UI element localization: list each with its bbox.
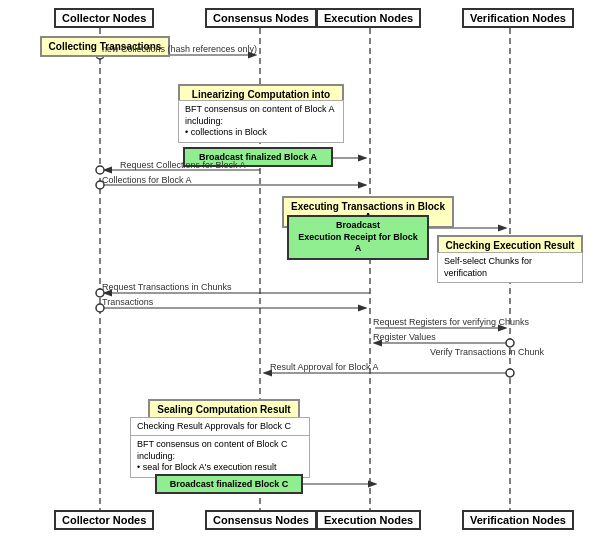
diagram: Collector Nodes Consensus Nodes Executio… — [0, 0, 600, 542]
checking-result-box: Checking Result Approvals for Block C — [130, 417, 310, 437]
verification-bot-label: Verification Nodes — [462, 510, 574, 530]
consensus-top-label: Consensus Nodes — [205, 8, 317, 28]
verification-top-label: Verification Nodes — [462, 8, 574, 28]
register-values-label: Register Values — [373, 332, 436, 342]
svg-point-21 — [506, 369, 514, 377]
broadcast-finalized-c-box: Broadcast finalized Block C — [155, 474, 303, 494]
collector-top-label: Collector Nodes — [54, 8, 154, 28]
collections-label: Collections for Block A — [102, 175, 192, 185]
consensus-bot-label: Consensus Nodes — [205, 510, 317, 530]
result-approval-label: Result Approval for Block A — [270, 362, 379, 372]
execution-top-label: Execution Nodes — [316, 8, 421, 28]
broadcast-receipt-box: BroadcastExecution Receipt for Block A — [287, 215, 429, 260]
svg-point-20 — [506, 339, 514, 347]
request-transactions-label: Request Transactions in Chunks — [102, 282, 232, 292]
execution-bot-label: Execution Nodes — [316, 510, 421, 530]
svg-point-16 — [96, 166, 104, 174]
verify-chunks-label: Verify Transactions in Chunk — [430, 347, 544, 357]
self-select-box: Self-select Chunks for verification — [437, 252, 583, 283]
request-registers-label: Request Registers for verifying Chunks — [373, 317, 529, 327]
request-collections-label: Request Collections for Block A — [120, 160, 246, 170]
new-collections-label: new Collections (hash references only) — [102, 44, 257, 54]
bft-info-c-box: BFT consensus on content of Block Cinclu… — [130, 435, 310, 478]
bft-info-a-box: BFT consensus on content of Block Ainclu… — [178, 100, 344, 143]
collector-bot-label: Collector Nodes — [54, 510, 154, 530]
transactions-label: Transactions — [102, 297, 153, 307]
